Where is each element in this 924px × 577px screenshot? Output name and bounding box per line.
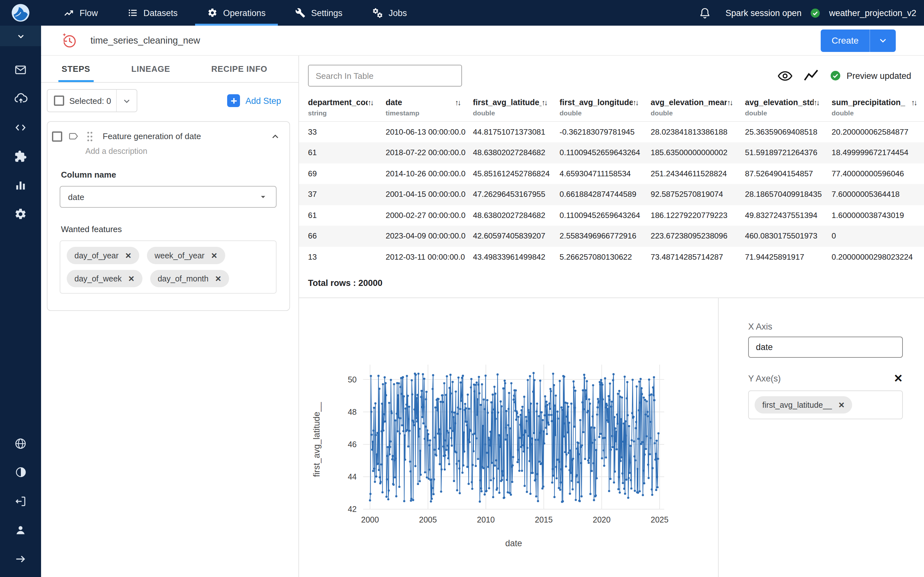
clear-y-axes-icon[interactable]: ✕ xyxy=(894,372,903,385)
y-axis-chips-container[interactable]: first_avg_latitude__✕ xyxy=(748,390,903,419)
column-type: double xyxy=(651,109,736,117)
table-cell: 2023-04-09 00:00:00.0 xyxy=(381,226,468,247)
drag-handle-icon[interactable] xyxy=(86,131,94,142)
feature-chip-remove-icon[interactable]: ✕ xyxy=(125,251,132,260)
sort-icon[interactable]: ↑↓ xyxy=(368,98,373,107)
table-cell: 2.5583496966772916 xyxy=(554,226,646,247)
column-name-select[interactable]: date xyxy=(60,186,276,208)
nav-item-label: Datasets xyxy=(144,8,178,18)
create-button[interactable]: Create xyxy=(821,29,896,52)
svg-text:44: 44 xyxy=(348,472,357,481)
sidebar-item-profile[interactable] xyxy=(0,516,41,544)
table-and-chart-panel: Preview updated department_code↑↓stringd… xyxy=(299,56,924,577)
sidebar-item-globe[interactable] xyxy=(0,429,41,458)
sidebar-item-cloud-upload[interactable] xyxy=(0,84,41,113)
chevron-down-icon[interactable] xyxy=(122,96,132,105)
column-type: double xyxy=(832,109,920,117)
sort-icon[interactable]: ↑↓ xyxy=(455,98,460,107)
table-cell: 25.36359069408518 xyxy=(740,121,827,142)
y-axis-chip-remove-icon[interactable]: ✕ xyxy=(838,400,845,409)
selected-control[interactable]: Selected: 0 xyxy=(47,89,137,112)
svg-text:46: 46 xyxy=(348,440,357,449)
select-all-checkbox[interactable] xyxy=(54,95,64,106)
column-header-first_avg_latitude__: first_avg_latitude__↑↓double xyxy=(468,94,554,121)
sort-icon[interactable]: ↑↓ xyxy=(727,98,732,107)
add-step-button[interactable]: + Add Step xyxy=(228,94,281,107)
svg-text:48: 48 xyxy=(348,408,357,416)
sidebar-item-expand[interactable] xyxy=(0,544,41,573)
sort-icon[interactable]: ↑↓ xyxy=(633,98,638,107)
table-cell: 0.11009452659643264 xyxy=(554,142,646,163)
column-header-date: date↑↓timestamp xyxy=(381,94,468,121)
nav-item-operations[interactable]: Operations xyxy=(192,0,280,26)
project-name[interactable]: weather_projection_v2 xyxy=(829,8,916,18)
sidebar-item-analytics[interactable] xyxy=(0,171,41,199)
bar-chart-icon xyxy=(14,179,27,191)
column-type: string xyxy=(308,109,376,117)
table-cell: 48.63802027284682 xyxy=(468,142,554,163)
top-navigation-bar: Flow Datasets Operations Settings xyxy=(0,0,924,26)
sidebar-item-inbox[interactable] xyxy=(0,55,41,84)
tab-steps[interactable]: STEPS xyxy=(61,56,90,82)
table-cell: 4.659304711158534 xyxy=(554,163,646,184)
search-input[interactable] xyxy=(308,65,462,87)
settings-icon xyxy=(295,8,305,18)
table-cell: 13 xyxy=(299,247,381,268)
sidebar-item-settings[interactable] xyxy=(0,199,41,228)
table-cell: 2012-03-11 00:00:00.0 xyxy=(381,247,468,268)
feature-chip-label: day_of_month xyxy=(158,274,208,283)
app-root: Flow Datasets Operations Settings xyxy=(0,0,924,577)
nav-item-jobs[interactable]: Jobs xyxy=(357,0,422,26)
recipe-history-icon xyxy=(60,32,78,49)
sort-icon[interactable]: ↑↓ xyxy=(541,98,547,107)
sidebar-item-code[interactable] xyxy=(0,113,41,142)
table-row: 332010-06-13 00:00:00.044.81751071373081… xyxy=(299,121,924,142)
svg-text:50: 50 xyxy=(348,375,357,384)
step-description-placeholder[interactable]: Add a description xyxy=(86,147,289,156)
column-name: date xyxy=(386,98,402,107)
column-name-value: date xyxy=(68,192,84,201)
sidebar-item-logout[interactable] xyxy=(0,487,41,516)
feature-chip-remove-icon[interactable]: ✕ xyxy=(211,251,217,260)
puzzle-icon xyxy=(14,150,27,163)
eye-icon[interactable] xyxy=(778,68,793,83)
table-cell: 185.63500000000002 xyxy=(646,142,740,163)
table-cell: 7.60000005364418 xyxy=(827,184,924,205)
x-axis-input[interactable] xyxy=(748,337,903,358)
sidebar-collapse-toggle[interactable] xyxy=(0,26,41,46)
table-cell: 0.20000000298023224 xyxy=(827,247,924,268)
trend-icon[interactable] xyxy=(804,68,819,83)
x-axis-label: X Axis xyxy=(748,322,903,332)
table-cell: 28.186570409918435 xyxy=(740,184,827,205)
sort-icon[interactable]: ↑↓ xyxy=(911,98,916,107)
operations-icon xyxy=(207,8,218,18)
add-step-label: Add Step xyxy=(246,96,281,105)
feature-chip-remove-icon[interactable]: ✕ xyxy=(128,274,134,283)
column-name-label: Column name xyxy=(61,170,289,179)
table-row: 612018-07-22 00:00:00.048.63802027284682… xyxy=(299,142,924,163)
wanted-features-label: Wanted features xyxy=(61,224,289,234)
create-dropdown-caret[interactable] xyxy=(870,36,896,45)
sidebar-bottom-group xyxy=(0,429,41,577)
sidebar-item-plugins[interactable] xyxy=(0,142,41,171)
step-checkbox[interactable] xyxy=(52,131,62,141)
recipe-title: time_series_cleaning_new xyxy=(90,35,200,45)
bell-icon[interactable] xyxy=(698,7,711,19)
nav-item-settings[interactable]: Settings xyxy=(280,0,357,26)
collapse-step-icon[interactable] xyxy=(270,131,280,141)
tab-recipe-info[interactable]: RECIPE INFO xyxy=(211,56,267,82)
app-logo-icon xyxy=(10,3,31,23)
nav-item-datasets[interactable]: Datasets xyxy=(113,0,192,26)
sort-icon[interactable]: ↑↓ xyxy=(814,98,819,107)
tab-lineage[interactable]: LINEAGE xyxy=(131,56,170,82)
total-rows-label: Total rows : 20000 xyxy=(299,268,924,298)
app-logo[interactable] xyxy=(0,0,41,26)
nav-item-flow[interactable]: Flow xyxy=(49,0,113,26)
timeseries-chart[interactable]: 2000200520102015202020254244464850datefi… xyxy=(299,298,718,577)
feature-chip-remove-icon[interactable]: ✕ xyxy=(215,274,221,283)
table-cell: 47.26296453167955 xyxy=(468,184,554,205)
chart-controls-panel: X Axis Y Axe(s) ✕ first_avg_latitude__✕ xyxy=(718,298,924,577)
step-card-header: Feature generation of date xyxy=(47,122,289,142)
feature-chip: day_of_week✕ xyxy=(67,270,142,287)
sidebar-item-theme[interactable] xyxy=(0,458,41,487)
